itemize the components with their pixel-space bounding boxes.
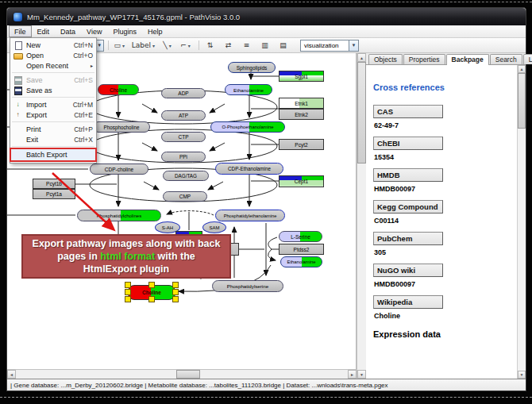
scrollbar-thumb[interactable] — [518, 73, 526, 129]
add-label-button[interactable]: Label ▾ — [129, 39, 157, 52]
connector-tool-button[interactable]: ⌐ ▾ — [177, 39, 194, 52]
selection-handle[interactable] — [125, 296, 131, 302]
align-horizontal-button[interactable]: ⇄ — [220, 39, 237, 52]
scroll-left-icon[interactable]: ◄ — [7, 370, 16, 379]
pathway-node-label: S-AH — [162, 225, 173, 230]
file-menu-item[interactable]: Open Ctrl+O — [10, 50, 96, 60]
cross-reference-id-link[interactable]: C00114 — [374, 217, 512, 225]
menu-item-label: Open Recent — [26, 62, 84, 70]
menu-item-label: Save — [26, 76, 67, 84]
file-menu-item[interactable]: Save as — [10, 85, 96, 95]
pathway-node[interactable]: CDP-Ethanolamine — [215, 163, 283, 175]
cross-reference-id-link[interactable]: Choline — [374, 312, 512, 320]
menu-item[interactable]: View — [81, 25, 107, 37]
pathway-node-label: CMP — [179, 194, 191, 199]
gene-node-pcyt1b[interactable]: Pcyt1b — [33, 179, 75, 189]
sidebar-tab[interactable]: Legend — [523, 54, 532, 64]
pathway-node-label: ADP — [178, 90, 188, 96]
cross-reference-source: ChEBI — [373, 137, 443, 150]
scroll-up-icon[interactable]: ▲ — [357, 53, 366, 62]
scroll-down-icon[interactable]: ▼ — [357, 370, 366, 379]
pathway-node[interactable]: PPi — [161, 152, 206, 162]
selection-handle[interactable] — [172, 296, 179, 302]
pathway-node[interactable]: DAG/TAG — [163, 171, 209, 181]
match-width-button[interactable]: ▥ — [256, 39, 273, 52]
visualization-combobox[interactable]: visualization ▼ — [300, 40, 359, 52]
menu-item[interactable]: Plugins — [107, 25, 142, 37]
file-menu-item[interactable]: Save Ctrl+S — [10, 75, 96, 85]
add-datanode-button[interactable]: ▭ ▾ — [111, 39, 128, 52]
stack-rows-button[interactable]: ≡ — [238, 39, 255, 52]
selection-handle[interactable] — [125, 289, 131, 295]
pathway-node[interactable]: Phosphatidylcholines — [77, 210, 161, 221]
pathway-node[interactable]: Phosphatidylethanolamine — [215, 210, 285, 221]
scroll-down-icon[interactable]: ▼ — [518, 371, 526, 379]
gene-node-cept1[interactable]: Cept1 — [279, 175, 324, 187]
pathway-node[interactable]: O-Phosphoethanolamine — [210, 121, 285, 133]
cross-reference-id-link[interactable]: HMDB00097 — [374, 185, 512, 193]
pathway-node[interactable]: CTP — [161, 132, 206, 142]
line-tool-button[interactable]: ╲ ▾ — [159, 39, 175, 52]
menu-item[interactable]: File — [9, 25, 32, 37]
pathway-node[interactable]: Phosphatidylserine — [212, 280, 283, 292]
file-menu-item[interactable]: New Ctrl+N — [10, 40, 96, 50]
match-height-button[interactable]: ▤ — [275, 39, 291, 52]
pathway-node[interactable]: ATP — [161, 110, 206, 121]
pathway-node[interactable]: Ethanolamine — [280, 256, 322, 267]
pathway-node[interactable]: CDP-choline — [90, 164, 148, 175]
gene-node-etnk2[interactable]: Etnk2 — [279, 109, 324, 120]
gene-node-etnk1[interactable]: Etnk1 — [279, 98, 324, 109]
cross-reference-id-link[interactable]: 15354 — [374, 153, 512, 161]
sidebar-tab[interactable]: Objects — [368, 54, 403, 64]
selection-handle[interactable] — [172, 289, 179, 295]
pathway-node[interactable]: Choline — [98, 84, 139, 95]
pathway-node[interactable]: Sphingolipids — [228, 62, 276, 73]
chevron-down-icon: ▾ — [152, 43, 155, 48]
file-menu-item[interactable]: Print Ctrl+P — [10, 124, 96, 134]
sidebar-scrollbar[interactable]: ▲ ▼ — [517, 65, 526, 379]
HMDB: HMDB HMDB00097 — [373, 168, 512, 193]
menu-item-icon — [13, 136, 23, 144]
gene-node-sgpl1[interactable]: Sgpl1 — [279, 71, 324, 82]
file-menu-item[interactable]: Batch Export — [10, 148, 96, 161]
gene-node-pcyt2[interactable]: Pcyt2 — [279, 139, 324, 150]
callout-line-1: Export pathway images along with back — [33, 237, 221, 250]
sidebar-tabs: ObjectsPropertiesBackpageSearchLegend — [366, 53, 526, 65]
file-menu-item[interactable]: Export Ctrl+E — [10, 110, 96, 120]
cross-reference-id-link[interactable]: HMDB00097 — [374, 280, 512, 288]
file-menu-item[interactable]: Open Recent ▸ — [10, 60, 96, 71]
selection-handle[interactable] — [148, 282, 155, 288]
pathway-node[interactable]: Ethanolamine — [225, 84, 272, 95]
menu-item-icon — [13, 111, 23, 119]
scrollbar-thumb[interactable] — [357, 62, 366, 164]
scrollbar-thumb[interactable] — [176, 370, 200, 379]
gene-node-ptdss2[interactable]: Ptdss2 — [279, 244, 324, 255]
menu-item[interactable]: Edit — [32, 25, 56, 37]
cross-reference-id-link[interactable]: 305 — [374, 248, 512, 256]
pathway-node[interactable]: CMP — [163, 191, 207, 202]
pathway-node[interactable]: ADP — [161, 88, 206, 98]
title-bar[interactable]: Mm_Kennedy_pathway_WP1771_45176.gpml - P… — [7, 8, 526, 25]
sidebar-tab[interactable]: Backpage — [446, 54, 489, 65]
menu-item[interactable]: Data — [55, 25, 81, 37]
scroll-right-icon[interactable]: ► — [348, 370, 357, 379]
vertical-scrollbar[interactable]: ▲ ▼ — [357, 53, 366, 379]
pathway-node[interactable]: L-Serine — [279, 231, 322, 242]
menu-item[interactable]: Help — [142, 25, 168, 37]
cross-reference-id-link[interactable]: 62-49-7 — [374, 121, 512, 129]
chevron-down-icon: ▾ — [188, 43, 191, 48]
selection-handle[interactable] — [148, 296, 155, 302]
gene-node-pcyt1a[interactable]: Pcyt1a — [33, 189, 75, 199]
pathway-node[interactable]: SAM — [202, 221, 226, 233]
menu-item-icon — [13, 41, 23, 49]
pathway-node[interactable]: Phosphocholine — [93, 121, 150, 133]
file-menu-item[interactable]: Import Ctrl+M — [10, 99, 96, 110]
scroll-up-icon[interactable]: ▲ — [518, 65, 526, 73]
sidebar-tab[interactable]: Properties — [403, 54, 445, 64]
selection-handle[interactable] — [125, 282, 131, 288]
align-vertical-button[interactable]: ⇅ — [202, 39, 218, 52]
file-menu-item[interactable]: Exit Ctrl+X — [10, 134, 96, 144]
selection-handle[interactable] — [172, 282, 179, 288]
horizontal-scrollbar[interactable]: ◄ ► — [7, 369, 357, 379]
sidebar-tab[interactable]: Search — [490, 54, 522, 64]
